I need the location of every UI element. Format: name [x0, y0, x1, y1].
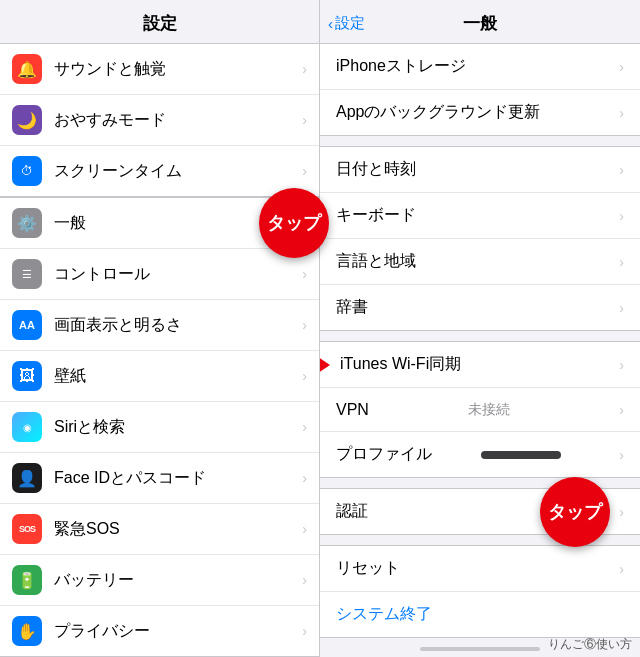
right-item-iphone-storage[interactable]: iPhoneストレージ › [320, 44, 640, 90]
chevron-vpn: › [619, 402, 624, 418]
settings-group-1: 🔔 サウンドと触覚 › 🌙 おやすみモード › ⏱ スクリーンタイム › [0, 43, 319, 197]
settings-item-sound[interactable]: 🔔 サウンドと触覚 › [0, 44, 319, 95]
settings-item-screen[interactable]: ⏱ スクリーンタイム › [0, 146, 319, 196]
left-title: 設定 [0, 0, 319, 43]
keyboard-label: キーボード [336, 205, 416, 226]
sound-icon: 🔔 [12, 54, 42, 84]
auth-label: 認証 [336, 501, 368, 522]
display-label: 画面表示と明るさ [54, 315, 298, 336]
app-background-label: Appのバックグラウンド更新 [336, 102, 540, 123]
back-button[interactable]: ‹ 設定 [328, 14, 365, 33]
right-item-datetime[interactable]: 日付と時刻 › [320, 147, 640, 193]
chevron-wallpaper: › [302, 368, 307, 384]
settings-item-battery[interactable]: 🔋 バッテリー › [0, 555, 319, 606]
display-icon: AA [12, 310, 42, 340]
sos-label: 緊急SOS [54, 519, 298, 540]
chevron-auth: › [619, 504, 624, 520]
right-item-auth[interactable]: 認証 › [320, 489, 640, 534]
right-group-1: iPhoneストレージ › Appのバックグラウンド更新 › [320, 43, 640, 136]
settings-item-control[interactable]: ☰ コントロール › [0, 249, 319, 300]
vpn-value: 未接続 [468, 401, 510, 419]
moon-label: おやすみモード [54, 110, 298, 131]
profile-bar [481, 451, 561, 459]
right-content: iPhoneストレージ › Appのバックグラウンド更新 › 日付と時刻 › キ… [320, 43, 640, 643]
settings-item-wallpaper[interactable]: 🖼 壁紙 › [0, 351, 319, 402]
screen-label: スクリーンタイム [54, 161, 298, 182]
back-label: 設定 [335, 14, 365, 33]
control-icon: ☰ [12, 259, 42, 289]
chevron-app-background: › [619, 105, 624, 121]
chevron-reset: › [619, 561, 624, 577]
battery-label: バッテリー [54, 570, 298, 591]
right-item-language[interactable]: 言語と地域 › [320, 239, 640, 285]
chevron-control: › [302, 266, 307, 282]
settings-item-general[interactable]: ⚙️ 一般 › タップ [0, 198, 319, 249]
chevron-itunes-wifi: › [619, 357, 624, 373]
language-label: 言語と地域 [336, 251, 416, 272]
right-item-app-background[interactable]: Appのバックグラウンド更新 › [320, 90, 640, 135]
chevron-iphone-storage: › [619, 59, 624, 75]
right-title: 一般 [463, 12, 497, 35]
dictionary-label: 辞書 [336, 297, 368, 318]
chevron-profile: › [619, 447, 624, 463]
chevron-sound: › [302, 61, 307, 77]
right-group-4: 認証 › [320, 488, 640, 535]
battery-icon: 🔋 [12, 565, 42, 595]
right-item-itunes-wifi[interactable]: iTunes Wi-Fi同期 › [320, 342, 640, 388]
control-label: コントロール [54, 264, 298, 285]
chevron-datetime: › [619, 162, 624, 178]
wallpaper-icon: 🖼 [12, 361, 42, 391]
chevron-battery: › [302, 572, 307, 588]
settings-item-moon[interactable]: 🌙 おやすみモード › [0, 95, 319, 146]
right-item-keyboard[interactable]: キーボード › [320, 193, 640, 239]
right-item-vpn[interactable]: VPN 未接続 › [320, 388, 640, 432]
siri-label: Siriと検索 [54, 417, 298, 438]
datetime-label: 日付と時刻 [336, 159, 416, 180]
privacy-icon: ✋ [12, 616, 42, 646]
chevron-keyboard: › [619, 208, 624, 224]
chevron-siri: › [302, 419, 307, 435]
system-end-label: システム終了 [336, 604, 432, 625]
sos-icon: SOS [12, 514, 42, 544]
settings-item-display[interactable]: AA 画面表示と明るさ › [0, 300, 319, 351]
settings-group-2: ⚙️ 一般 › タップ ☰ コントロール › AA 画面表示と明るさ › 🖼 壁… [0, 197, 319, 657]
watermark: りんご⑥使い方 [548, 636, 632, 653]
chevron-privacy: › [302, 623, 307, 639]
chevron-dictionary: › [619, 300, 624, 316]
right-header: ‹ 設定 一般 [320, 0, 640, 43]
chevron-screen: › [302, 163, 307, 179]
chevron-moon: › [302, 112, 307, 128]
right-group-2: 日付と時刻 › キーボード › 言語と地域 › 辞書 › [320, 146, 640, 331]
screen-icon: ⏱ [12, 156, 42, 186]
privacy-label: プライバシー [54, 621, 298, 642]
moon-icon: 🌙 [12, 105, 42, 135]
profile-label: プロファイル [336, 444, 432, 465]
triangle-indicator [320, 357, 330, 373]
bottom-bar-right [420, 647, 540, 651]
faceid-icon: 👤 [12, 463, 42, 493]
right-panel: ‹ 設定 一般 iPhoneストレージ › Appのバックグラウンド更新 › 日… [320, 0, 640, 657]
chevron-faceid: › [302, 470, 307, 486]
chevron-sos: › [302, 521, 307, 537]
general-icon: ⚙️ [12, 208, 42, 238]
itunes-wifi-label: iTunes Wi-Fi同期 [340, 354, 461, 375]
right-group-5: リセット › システム終了 タップ [320, 545, 640, 638]
left-panel: 設定 🔔 サウンドと触覚 › 🌙 おやすみモード › ⏱ スクリーンタイム › … [0, 0, 320, 657]
vpn-label: VPN [336, 401, 369, 419]
right-item-system-end[interactable]: システム終了 [320, 592, 640, 637]
sound-label: サウンドと触覚 [54, 59, 298, 80]
settings-item-faceid[interactable]: 👤 Face IDとパスコード › [0, 453, 319, 504]
back-chevron-icon: ‹ [328, 15, 333, 32]
right-group-3: iTunes Wi-Fi同期 › VPN 未接続 › プロファイル › [320, 341, 640, 478]
settings-item-siri[interactable]: ◉ Siriと検索 › [0, 402, 319, 453]
right-item-dictionary[interactable]: 辞書 › [320, 285, 640, 330]
right-item-profile[interactable]: プロファイル › [320, 432, 640, 477]
chevron-general: › [302, 215, 307, 231]
settings-item-sos[interactable]: SOS 緊急SOS › [0, 504, 319, 555]
iphone-storage-label: iPhoneストレージ [336, 56, 466, 77]
siri-icon: ◉ [12, 412, 42, 442]
settings-item-privacy[interactable]: ✋ プライバシー › [0, 606, 319, 656]
general-label: 一般 [54, 213, 298, 234]
chevron-language: › [619, 254, 624, 270]
right-item-reset[interactable]: リセット › [320, 546, 640, 592]
